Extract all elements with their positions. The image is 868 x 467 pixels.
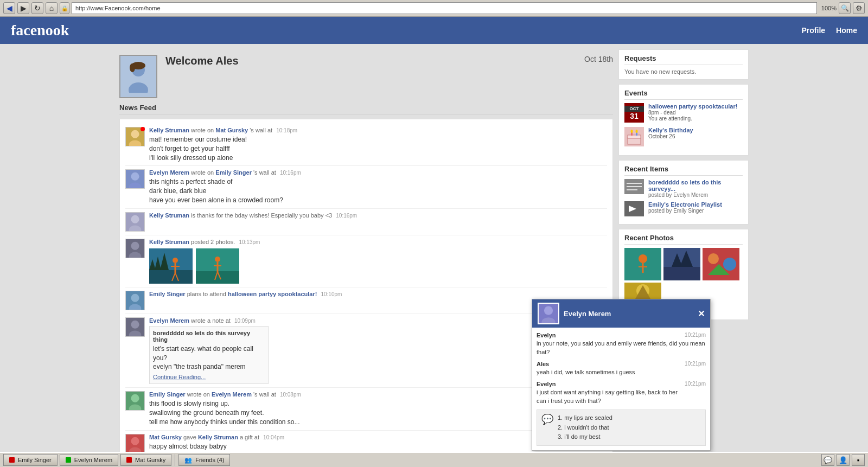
feed-content: Kelly Struman is thanks for the bday wis… (149, 212, 607, 220)
feed-content: Kelly Struman wrote on Mat Gursky 's wal… (149, 127, 607, 162)
nav-logo[interactable]: facenook (11, 22, 802, 39)
svg-rect-18 (149, 270, 193, 284)
refresh-button[interactable]: ↻ (31, 2, 43, 14)
event-info: halloween partyy spooktacular! 8pm - dea… (648, 103, 737, 121)
recent-photo[interactable] (624, 248, 661, 280)
recent-item-name[interactable]: boreddddd so lets do this surveyy... (648, 179, 743, 192)
feed-meta: Emily Singer plans to attend halloween p… (149, 291, 607, 297)
feed-avatar (125, 391, 145, 411)
chat-sender: Ales (537, 361, 549, 367)
chat-choice[interactable]: 1. my lips are sealed (558, 413, 612, 423)
feed-item: Kelly Struman is thanks for the bday wis… (125, 209, 607, 235)
friends-label: Friends (4) (195, 457, 224, 463)
svg-point-79 (544, 306, 553, 315)
chat-msg-header: Ales 10:21pm (537, 361, 706, 367)
recent-item-by: posted by Emily Singer (648, 208, 722, 214)
chat-choices: 💬 1. my lips are sealed 2. i wouldn't do… (537, 410, 706, 446)
note-title: boreddddd so lets do this surveyy thing (153, 330, 265, 343)
event-time: 8pm - dead (648, 110, 737, 116)
chat-icon-button[interactable]: 💬 (821, 454, 834, 466)
settings-button[interactable]: ⚙ (853, 2, 865, 14)
svg-point-12 (131, 215, 139, 223)
chat-choice[interactable]: 2. i wouldn't do that (558, 423, 612, 433)
feed-target[interactable]: Mat Gursky (215, 127, 248, 133)
feed-timestamp: 10:16pm (336, 213, 357, 219)
feed-avatar-wrap (125, 127, 145, 146)
event-month: OCT (624, 106, 644, 112)
taskbar-item-emily[interactable]: Emily Singer (3, 454, 58, 466)
recent-photo[interactable] (703, 248, 739, 280)
nav-bar: facenook Profile Home (0, 17, 868, 44)
feed-target[interactable]: Evelyn Merem (212, 391, 252, 398)
photos-row (149, 248, 607, 284)
svg-point-44 (131, 437, 139, 445)
requests-title: Requests (624, 54, 743, 65)
svg-point-55 (636, 130, 638, 133)
user-icon-button[interactable]: 👤 (837, 454, 850, 466)
feed-timestamp: 10:13pm (239, 239, 260, 245)
events-title: Events (624, 89, 743, 100)
feed-actor[interactable]: Emily Singer (149, 291, 186, 297)
address-bar[interactable]: http://www.Facenook.com/home (72, 2, 817, 14)
chat-choice-icon: 💬 (541, 413, 553, 425)
feed-text: mat! remember our costume idea! don't fo… (149, 135, 607, 162)
chat-close-button[interactable]: ✕ (698, 309, 705, 319)
nav-home[interactable]: Home (836, 26, 857, 35)
home-button[interactable]: ⌂ (46, 2, 58, 14)
event-attending: You are attending. (648, 116, 737, 121)
back-button[interactable]: ◀ (3, 2, 15, 14)
svg-rect-51 (628, 135, 641, 138)
feed-avatar (125, 239, 145, 258)
chat-msg-text: i just dont want anything i say getting … (537, 388, 706, 405)
svg-point-38 (131, 321, 139, 329)
feed-item: Evelyn Merem wrote on Emily Singer 's wa… (125, 166, 607, 208)
taskbar-label: Mat Gursky (135, 457, 165, 463)
event-day: 31 (630, 112, 639, 120)
chat-contact-name: Evelyn Merem (564, 310, 693, 318)
magnify-button[interactable]: 🔍 (839, 2, 851, 14)
feed-actor[interactable]: Emily Singer (149, 391, 186, 398)
recent-thumb (624, 201, 644, 216)
nav-profile[interactable]: Profile (802, 26, 826, 35)
feed-item: Kelly Struman posted 2 photos. 10:13pm (125, 235, 607, 287)
feed-timestamp: 10:04pm (263, 434, 284, 440)
recent-photo[interactable] (663, 248, 700, 280)
chat-choice[interactable]: 3. i'll do my best (558, 432, 612, 442)
taskbar-item-evelyn[interactable]: Evelyn Merem (60, 454, 118, 466)
photo-thumb[interactable] (196, 248, 239, 284)
sidebar-events: Events OCT 31 halloween partyy spooktacu… (618, 84, 749, 156)
event-name[interactable]: halloween partyy spooktacular! (648, 103, 737, 110)
birthday-name[interactable]: Kelly's Birthday (648, 127, 693, 133)
feed-actor[interactable]: Kelly Struman (149, 212, 189, 219)
feed-meta: Evelyn Merem wrote on Emily Singer 's wa… (149, 169, 607, 176)
taskbar-item-mat[interactable]: Mat Gursky (120, 454, 171, 466)
feed-actor[interactable]: Kelly Struman (149, 127, 189, 133)
chat-msg-header: Evelyn 10:21pm (537, 381, 706, 387)
chat-message: Ales 10:21pm yeah i did, we talk sometim… (537, 361, 706, 376)
welcome-title: Welcome Ales (165, 55, 239, 67)
taskbar-status-dot (66, 457, 71, 463)
feed-event-link[interactable]: halloween partyy spooktacular! (228, 291, 317, 297)
taskbar-friends[interactable]: 👥 Friends (4) (178, 454, 230, 466)
feed-actor[interactable]: Evelyn Merem (149, 169, 189, 176)
taskbar-right: 💬 👤 ▪ (821, 454, 865, 466)
feed-target[interactable]: Kelly Struman (198, 434, 238, 440)
taskbar: Emily Singer Evelyn Merem Mat Gursky 👥 F… (0, 452, 868, 467)
feed-target[interactable]: Emily Singer (215, 169, 252, 176)
welcome-header: Welcome Ales Oct 18th (119, 49, 613, 104)
feed-avatar (125, 212, 145, 232)
chat-header[interactable]: Evelyn Merem ✕ (532, 299, 710, 328)
feed-timestamp: 10:09pm (234, 318, 256, 324)
svg-rect-67 (663, 267, 700, 280)
feed-actor[interactable]: Evelyn Merem (149, 317, 189, 324)
continue-reading-link[interactable]: Continue Reading... (153, 374, 265, 380)
forward-button[interactable]: ▶ (17, 2, 29, 14)
note-block: boreddddd so lets do this surveyy thing … (149, 326, 269, 384)
taskbar-separator (175, 454, 175, 466)
photo-thumb[interactable] (149, 248, 193, 284)
feed-actor[interactable]: Kelly Struman (149, 239, 189, 245)
feed-actor[interactable]: Mat Gursky (149, 434, 182, 440)
recent-item-name[interactable]: Emily's Electronic Playlist (648, 201, 722, 208)
settings-taskbar-button[interactable]: ▪ (852, 454, 865, 466)
event-item-halloween: OCT 31 halloween partyy spooktacular! 8p… (624, 103, 743, 123)
